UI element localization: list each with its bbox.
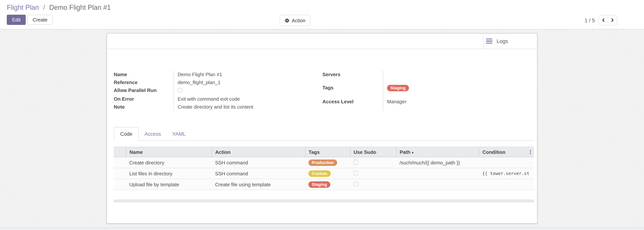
field-row-name: Name Demo Flight Plan #1	[114, 71, 322, 78]
logs-button-label: Logs	[496, 38, 508, 44]
field-row-tags: Tags Staging	[322, 84, 531, 98]
cell-path	[396, 179, 479, 190]
edit-button[interactable]: Edit	[7, 15, 26, 25]
cell-path: /such/much/{{ demo_path }}	[396, 157, 479, 168]
cell-name: List files in directory	[126, 168, 212, 179]
use-sudo-checkbox[interactable]	[353, 160, 358, 165]
breadcrumb-parent-link[interactable]: Flight Plan	[7, 4, 39, 11]
field-value-on-error: Exit with command exit code	[174, 95, 322, 103]
breadcrumb: Flight Plan / Demo Flight Plan #1	[7, 3, 111, 12]
column-header-action[interactable]: Action	[212, 147, 305, 157]
cell-condition	[479, 179, 534, 190]
field-group-left: Name Demo Flight Plan #1 Reference demo_…	[114, 71, 322, 111]
field-value-servers	[383, 71, 531, 84]
cell-name: Create directory	[126, 157, 212, 168]
bottom-edge-strip	[0, 228, 644, 230]
pager-buttons	[599, 15, 617, 25]
column-header-handle	[114, 147, 126, 157]
pager: 1 / 5	[585, 15, 617, 25]
table-row[interactable]: Upload file by template Create file usin…	[114, 179, 534, 190]
cell-name: Upload file by template	[126, 179, 212, 190]
use-sudo-checkbox[interactable]	[353, 182, 358, 186]
table-header-row: Name Action Tags Use Sudo Path▾ Conditio…	[114, 147, 534, 157]
field-row-note: Note Create directory and list its conte…	[114, 103, 322, 111]
app-viewport: Flight Plan / Demo Flight Plan #1 Edit C…	[0, 0, 644, 230]
field-label-allow-parallel-run: Allow Parallel Run	[114, 86, 174, 95]
cell-path	[396, 168, 479, 179]
allow-parallel-run-checkbox[interactable]	[178, 88, 182, 93]
field-label-on-error: On Error	[114, 95, 174, 103]
chevron-left-icon	[602, 18, 605, 22]
field-row-servers: Servers	[322, 71, 531, 84]
cell-action: SSH command	[212, 157, 305, 168]
field-label-reference: Reference	[114, 78, 174, 86]
optional-columns-kebab-icon[interactable]: ⋮	[528, 149, 533, 154]
field-label-note: Note	[114, 103, 174, 111]
column-header-use-sudo[interactable]: Use Sudo	[350, 147, 396, 157]
gear-icon	[284, 18, 290, 23]
column-header-tags[interactable]: Tags	[305, 147, 350, 157]
field-row-access-level: Access Level Manager	[322, 98, 531, 111]
row-handle-cell	[114, 157, 126, 168]
field-value-name: Demo Flight Plan #1	[174, 71, 322, 78]
row-handle-cell	[114, 179, 126, 190]
action-button-label: Action	[292, 17, 305, 23]
pager-next-button[interactable]	[608, 15, 617, 25]
cell-action: SSH command	[212, 168, 305, 179]
action-button[interactable]: Action	[280, 15, 310, 26]
use-sudo-checkbox[interactable]	[353, 171, 358, 176]
tag-badge-staging: Staging	[387, 85, 409, 91]
field-label-tags: Tags	[322, 84, 383, 98]
logs-stat-button[interactable]: Logs	[483, 34, 537, 49]
cell-condition: {{ tower.server.st	[479, 168, 534, 179]
breadcrumb-separator: /	[43, 4, 45, 11]
field-group-right: Servers Tags Staging Access Level Manage…	[322, 71, 531, 111]
tab-code[interactable]: Code	[114, 127, 139, 141]
field-label-servers: Servers	[322, 71, 383, 84]
horizontal-scrollbar[interactable]	[114, 200, 534, 203]
field-row-reference: Reference demo_flight_plan_1	[114, 78, 322, 86]
tag-badge-staging: Staging	[308, 181, 330, 188]
cell-condition	[479, 157, 534, 168]
notebook-tabs: Code Access YAML	[114, 128, 534, 141]
edit-create-button-group: Edit Create	[7, 15, 53, 25]
field-label-name: Name	[114, 71, 174, 78]
column-header-name[interactable]: Name	[126, 147, 212, 157]
table-row[interactable]: Create directory SSH command Production …	[114, 157, 534, 168]
field-row-on-error: On Error Exit with command exit code	[114, 95, 322, 103]
tag-badge-production: Production	[308, 159, 337, 166]
form-sheet: Name Demo Flight Plan #1 Reference demo_…	[114, 71, 531, 111]
control-panel: Flight Plan / Demo Flight Plan #1 Edit C…	[0, 0, 644, 29]
form-card: Logs Name Demo Flight Plan #1 Reference …	[106, 33, 538, 224]
content-area: Logs Name Demo Flight Plan #1 Reference …	[0, 29, 644, 230]
field-value-note: Create directory and list its content	[174, 103, 322, 111]
breadcrumb-current: Demo Flight Plan #1	[49, 4, 111, 11]
field-value-access-level: Manager	[383, 98, 531, 111]
table-row[interactable]: List files in directory SSH command Cust…	[114, 168, 534, 179]
column-header-path[interactable]: Path▾	[396, 147, 479, 157]
sort-desc-icon: ▾	[412, 151, 414, 154]
tab-yaml[interactable]: YAML	[167, 127, 192, 140]
cell-action: Create file using template	[212, 179, 305, 190]
tab-access[interactable]: Access	[139, 127, 167, 140]
pager-count: 1 / 5	[585, 17, 595, 23]
row-handle-cell	[114, 168, 126, 179]
field-value-reference: demo_flight_plan_1	[174, 78, 322, 86]
pager-previous-button[interactable]	[599, 15, 608, 25]
chevron-right-icon	[611, 18, 614, 22]
commands-table: Name Action Tags Use Sudo Path▾ Conditio…	[114, 147, 534, 190]
create-button[interactable]: Create	[28, 15, 53, 25]
card-header: Logs	[107, 34, 537, 49]
logs-list-icon	[486, 38, 492, 44]
column-header-condition[interactable]: Condition⋮	[479, 147, 534, 157]
tag-badge-custom: Custom	[308, 170, 331, 177]
field-label-access-level: Access Level	[322, 98, 383, 111]
field-row-allow-parallel-run: Allow Parallel Run	[114, 86, 322, 95]
